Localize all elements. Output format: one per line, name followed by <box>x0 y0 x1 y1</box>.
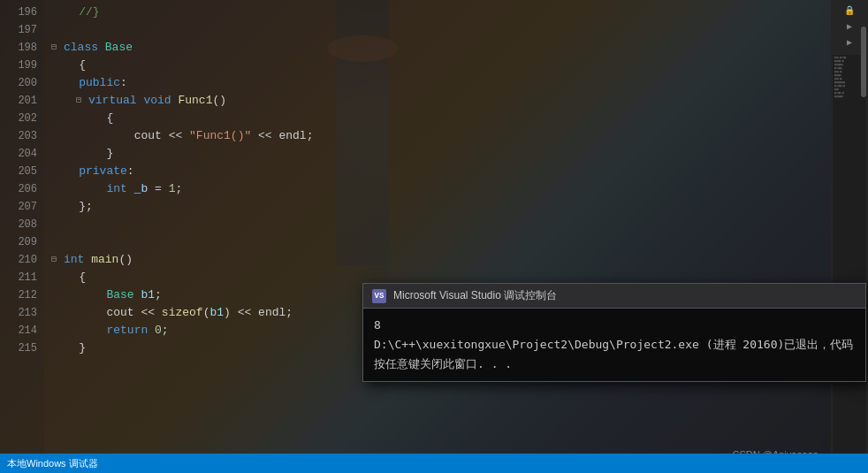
line-num-196: 196 <box>0 4 37 21</box>
status-text: 本地Windows 调试器 <box>7 457 98 470</box>
collapse-210-icon[interactable]: ⊟ <box>51 251 62 269</box>
line-num-198: 198 <box>0 39 37 57</box>
arrow-right2-icon[interactable]: ▶ <box>842 35 857 50</box>
arrow-right-icon[interactable]: ▶ <box>842 19 857 34</box>
minimap: ████ ██ ███ ██████ ██ ████████ ██ ████ █… <box>833 55 866 471</box>
code-line-206: int _b = 1; <box>51 180 831 198</box>
code-line-201: ⊟virtual void Func1() <box>51 92 831 110</box>
line-num-200: 200 <box>0 74 37 92</box>
line-num-199: 199 <box>0 57 37 74</box>
code-line-209 <box>51 233 831 251</box>
code-line-197 <box>51 21 831 39</box>
line-num-215: 215 <box>0 339 37 357</box>
collapse-198-icon[interactable]: ⊟ <box>51 39 62 57</box>
code-line-198: ⊟class Base <box>51 39 831 57</box>
line-num-209: 209 <box>0 233 37 251</box>
line-num-203: 203 <box>0 127 37 145</box>
line-num-210: 210 <box>0 251 37 269</box>
line-num-213: 213 <box>0 304 37 322</box>
line-num-207: 207 <box>0 198 37 216</box>
code-line-210: ⊟int main() <box>51 251 831 269</box>
code-line-207: }; <box>51 198 831 216</box>
console-output-1: 8 <box>374 316 855 335</box>
line-num-214: 214 <box>0 322 37 339</box>
code-line-205: private: <box>51 163 831 180</box>
code-line-203: cout << "Func1()" << endl; <box>51 127 831 145</box>
line-num-212: 212 <box>0 286 37 304</box>
console-output-2: D:\C++\xuexitongxue\Project2\Debug\Proje… <box>374 335 855 355</box>
console-popup[interactable]: VS Microsoft Visual Studio 调试控制台 8 D:\C+… <box>362 283 866 382</box>
code-container: 196 197 198 199 200 201 202 203 204 205 … <box>0 0 831 473</box>
scroll-thumb[interactable] <box>861 27 866 97</box>
console-body: 8 D:\C++\xuexitongxue\Project2\Debug\Pro… <box>363 309 865 381</box>
console-title: Microsoft Visual Studio 调试控制台 <box>393 288 857 303</box>
line-num-206: 206 <box>0 180 37 198</box>
line-num-201: 201 <box>0 92 37 110</box>
code-line-208 <box>51 216 831 233</box>
code-line-200: public: <box>51 74 831 92</box>
line-num-204: 204 <box>0 145 37 163</box>
lock-icon: 🔒 <box>842 4 857 18</box>
editor-area: 196 197 198 199 200 201 202 203 204 205 … <box>0 0 831 473</box>
line-num-202: 202 <box>0 110 37 127</box>
collapse-201-icon[interactable]: ⊟ <box>76 92 87 110</box>
scrollbar-area: 🔒 ▶ ▶ ████ ██ ███ ██████ ██ ████████ ██ … <box>831 0 868 473</box>
line-num-205: 205 <box>0 163 37 180</box>
vs-icon: VS <box>372 289 386 303</box>
code-lines[interactable]: //} ⊟class Base { public: ⊟virtual void … <box>44 0 831 473</box>
line-num-211: 211 <box>0 269 37 286</box>
console-titlebar: VS Microsoft Visual Studio 调试控制台 <box>363 284 865 309</box>
status-bar: 本地Windows 调试器 <box>0 454 868 473</box>
console-output-3: 按任意键关闭此窗口. . . <box>374 355 855 374</box>
line-num-197: 197 <box>0 21 37 39</box>
code-line-196: //} <box>51 4 831 21</box>
line-numbers: 196 197 198 199 200 201 202 203 204 205 … <box>0 0 44 473</box>
line-num-208: 208 <box>0 216 37 233</box>
code-line-204: } <box>51 145 831 163</box>
code-line-199: { <box>51 57 831 74</box>
code-line-202: { <box>51 110 831 127</box>
